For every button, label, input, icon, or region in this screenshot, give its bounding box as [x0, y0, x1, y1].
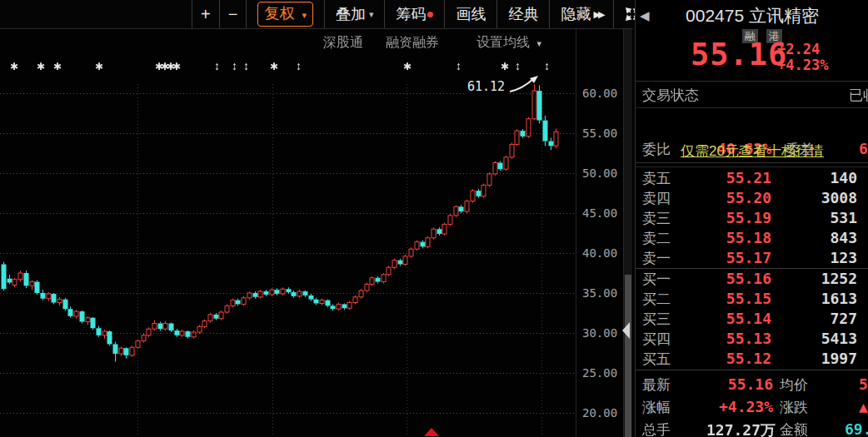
order-book-row[interactable]: 卖四55.203008 — [636, 187, 868, 207]
order-book-row[interactable]: 买五55.121997 — [636, 348, 868, 368]
notification-dot-icon — [427, 12, 433, 17]
order-book-row[interactable]: 卖五55.21140 — [636, 167, 868, 187]
order-volume: 1613 — [777, 290, 857, 307]
vertical-scrollbar[interactable] — [623, 29, 632, 437]
latest-label: 最新 — [642, 375, 671, 395]
order-price: 55.13 — [682, 330, 771, 347]
zoom-in-button[interactable]: + — [192, 0, 219, 28]
order-price: 55.18 — [682, 229, 771, 246]
stats-row: 总手 127.27万 金额 69.5 — [636, 418, 868, 437]
price-axis-label: 50.00 — [582, 166, 617, 180]
bid-level-label: 买四 — [642, 330, 671, 349]
level2-promo-link[interactable]: 仅需20元查看十档行情 — [681, 142, 824, 161]
order-book-row[interactable]: 买三55.14727 — [636, 308, 868, 328]
classic-style-button[interactable]: 经典 — [496, 0, 549, 28]
order-volume: 531 — [777, 209, 857, 226]
split-arrow-icon: ↕ — [456, 59, 461, 72]
amount-value: 69.5 — [845, 420, 868, 437]
order-volume: 3008 — [777, 189, 857, 206]
last-price: 55.16 — [691, 37, 787, 72]
order-book-row[interactable]: 卖三55.19531 — [636, 207, 868, 227]
trade-status-label: 交易状态 — [642, 86, 699, 105]
bid-level-label: 买五 — [642, 350, 671, 369]
chevron-down-icon: ▾ — [302, 10, 307, 20]
split-arrow-icon: ↕ — [515, 59, 521, 72]
ask-level-label: 卖一 — [642, 249, 671, 268]
price-axis-label: 30.00 — [582, 326, 617, 340]
bid-level-label: 买一 — [642, 270, 671, 289]
order-book-row[interactable]: 买四55.135413 — [636, 328, 868, 348]
zoom-out-button[interactable]: − — [219, 0, 247, 28]
order-volume: 1252 — [777, 270, 857, 287]
split-arrow-icon: ↕ — [296, 59, 302, 72]
double-right-arrow-icon: ▶▶ — [593, 0, 602, 28]
margin-trading-tag[interactable]: 融资融券 — [386, 34, 439, 52]
order-volume: 843 — [777, 229, 857, 246]
dividend-star-icon: ✱ — [403, 61, 412, 72]
peak-price-annotation: 61.12 — [465, 79, 507, 94]
dividend-star-icon: ✱ — [172, 61, 181, 72]
chips-button[interactable]: 筹码 — [384, 0, 444, 28]
price-axis-label: 60.00 — [582, 87, 617, 100]
adjust-price-button[interactable]: 复权 ▾ — [246, 0, 324, 28]
stock-code-and-name: 002475 立讯精密 — [636, 4, 868, 27]
promo-row: 仅需20元查看十档行情 — [636, 136, 868, 167]
split-arrow-icon: ↕ — [544, 59, 550, 72]
change-label: 涨跌 — [780, 398, 808, 417]
dividend-star-icon: ✱ — [10, 61, 18, 72]
order-volume: 140 — [777, 169, 857, 186]
panel-collapse-arrow[interactable] — [622, 322, 630, 339]
bid-level-label: 买三 — [642, 310, 671, 329]
order-price: 55.19 — [682, 209, 771, 226]
ask-level-label: 卖二 — [642, 229, 671, 248]
trading-app-window: + − 复权 ▾ 叠加 ▾ 筹码 画线 经典 隐藏 ▶▶ — [0, 0, 868, 437]
dividend-star-icon: ✱ — [95, 61, 103, 72]
total-volume-label: 总手 — [642, 420, 671, 437]
order-book-row[interactable]: 买二55.151613 — [636, 288, 868, 308]
draw-line-button[interactable]: 画线 — [444, 0, 496, 28]
bid-orders: 买一55.161252买二55.151613买三55.14727买四55.135… — [636, 268, 868, 370]
price-change: +2.24 — [777, 42, 828, 57]
overlay-button[interactable]: 叠加 ▾ — [324, 0, 385, 28]
adjust-price-label: 复权 — [264, 5, 294, 22]
top-toolbar-strip: + − 复权 ▾ 叠加 ▾ 筹码 画线 经典 隐藏 ▶▶ — [0, 0, 633, 29]
change-pct-label: 涨幅 — [642, 398, 671, 417]
split-arrow-icon: ↕ — [243, 59, 249, 72]
candlestick-chart-region[interactable]: 深股通 融资融券 设置均线 ▾ ✱✱✱✱✱✱✱✱✱✱✱↕↕↕↕↕↕↕ 61.12 — [0, 29, 576, 437]
change-value: ▲ — [859, 398, 868, 415]
latest-value: 55.16 — [682, 375, 773, 393]
quote-stats: 最新 55.16 均价 5 涨幅 +4.23% 涨跌 ▲ 总手 127.27万 … — [636, 373, 868, 437]
ask-level-label: 卖三 — [642, 209, 671, 228]
trade-status-value: 已收盘 — [849, 86, 868, 105]
order-volume: 1997 — [777, 350, 857, 367]
order-book-row[interactable]: 卖二55.18843 — [636, 227, 868, 247]
total-volume-value: 127.27万 — [669, 420, 776, 437]
price-change-pct: +4.23% — [777, 57, 828, 73]
dividend-star-icon: ✱ — [37, 61, 45, 72]
price-axis-label: 35.00 — [582, 286, 617, 300]
shenzhen-connect-tag[interactable]: 深股通 — [323, 34, 363, 52]
chart-toolbar: + − 复权 ▾ 叠加 ▾ 筹码 画线 经典 隐藏 ▶▶ — [192, 0, 651, 28]
order-price: 55.14 — [682, 310, 771, 327]
peak-arrow-icon — [508, 74, 541, 94]
bid-level-label: 买二 — [642, 290, 671, 309]
quote-panel: ◀ 002475 立讯精密 融港 55.16 +2.24 +4.23% 交易状态… — [635, 0, 868, 437]
split-arrow-icon: ↕ — [232, 59, 237, 72]
hide-button[interactable]: 隐藏 ▶▶ — [549, 0, 613, 28]
ma-settings-dropdown[interactable]: 设置均线 ▾ — [476, 34, 541, 52]
price-axis-label: 25.00 — [582, 366, 617, 380]
price-axis-label: 45.00 — [582, 206, 617, 220]
order-book-row[interactable]: 卖一55.17123 — [636, 247, 868, 267]
change-pct-value: +4.23% — [682, 398, 773, 415]
scrollbar-thumb[interactable] — [625, 275, 631, 437]
split-arrow-icon: ↕ — [214, 59, 220, 72]
chevron-down-icon: ▾ — [536, 38, 541, 48]
ask-orders: 卖五55.21140卖四55.203008卖三55.19531卖二55.1884… — [636, 167, 868, 269]
amount-label: 金额 — [780, 420, 808, 437]
stats-row: 涨幅 +4.23% 涨跌 ▲ — [636, 395, 868, 418]
order-price: 55.15 — [682, 290, 771, 307]
event-triangle-marker — [424, 428, 439, 436]
order-volume: 727 — [777, 310, 857, 327]
price-axis-label: 20.00 — [582, 406, 617, 420]
order-book-row[interactable]: 买一55.161252 — [636, 268, 868, 288]
